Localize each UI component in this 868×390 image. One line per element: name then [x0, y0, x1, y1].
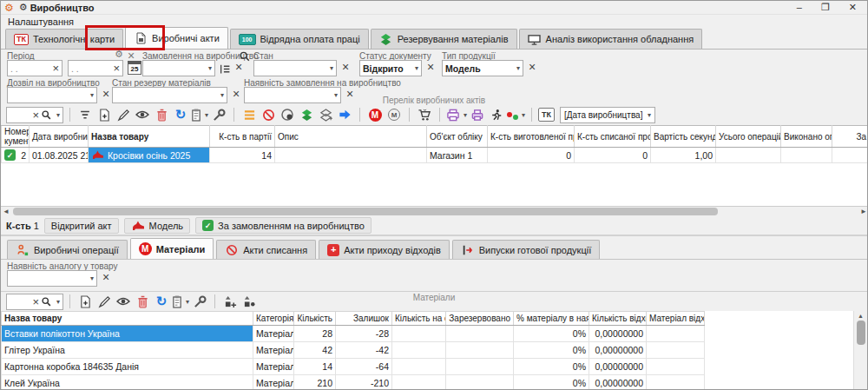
- tab-label: Матеріали: [156, 244, 206, 254]
- pie-circle-icon[interactable]: [279, 106, 296, 123]
- clear-search-icon[interactable]: ×: [32, 296, 39, 307]
- col-stock-quantity: Кількість на складі: [392, 312, 446, 326]
- scroll-left-icon[interactable]: ◄: [1, 208, 11, 215]
- purchase-cart-icon[interactable]: [416, 106, 433, 123]
- period-settings-gear-icon[interactable]: ⚙: [115, 49, 123, 60]
- copy-clipboard-icon[interactable]: ▾: [191, 106, 208, 123]
- tab-waste-income-acts[interactable]: + Акти приходу відходів: [319, 240, 450, 259]
- material-row[interactable]: Клей Україна Матеріал 210 -210 0% 0,0000…: [2, 375, 856, 390]
- shoe-icon: [91, 150, 104, 161]
- materials-search-input[interactable]: × ▾: [6, 294, 63, 310]
- delete-trash-icon[interactable]: [153, 106, 170, 123]
- copy-clipboard-icon[interactable]: ▾: [172, 293, 189, 310]
- filter-icon[interactable]: [76, 106, 94, 123]
- edit-pencil-icon[interactable]: [95, 293, 113, 310]
- tk-button[interactable]: ТК: [538, 108, 555, 122]
- add-act-icon[interactable]: [95, 106, 113, 123]
- acts-table: Номер кумента Дата виробництва Назва тов…: [1, 125, 868, 163]
- production-order-select[interactable]: ▾: [142, 60, 215, 76]
- production-order-clear-icon[interactable]: ×: [235, 60, 242, 74]
- product-type-select[interactable]: Модель ▾: [442, 60, 523, 76]
- layers-green-icon: [379, 32, 393, 46]
- material-row[interactable]: Глітер Україна Матеріал 42 -42 0% 0,0000…: [2, 342, 856, 359]
- materials-vertical-scrollbar[interactable]: ▲: [853, 311, 867, 390]
- material-remainder: -42: [336, 342, 392, 359]
- tab-piecework-pay[interactable]: 100 Відрядна оплата праці: [230, 29, 369, 49]
- print-act-icon[interactable]: [469, 106, 486, 123]
- edit-pencil-icon[interactable]: [115, 106, 132, 123]
- acts-header-row[interactable]: Номер кумента Дата виробництва Назва тов…: [2, 126, 868, 148]
- tab-production-acts[interactable]: Виробничі акти: [125, 27, 228, 49]
- material-row[interactable]: Картонна коробка 184635 Данія Матеріал 1…: [2, 359, 856, 375]
- view-eye-icon[interactable]: [115, 293, 132, 310]
- period-to-input[interactable]: . . ×: [68, 60, 123, 76]
- scrollbar-thumb[interactable]: [13, 208, 718, 215]
- analog-filter-clear-icon[interactable]: ×: [102, 270, 109, 284]
- print-icon[interactable]: ▾: [446, 106, 467, 123]
- operations-list-icon[interactable]: [240, 106, 258, 123]
- analog-filter-select[interactable]: ▾: [7, 270, 97, 287]
- materials-header-row[interactable]: Назва товару Категорія Кількість Залишок…: [2, 312, 856, 326]
- doc-status-select[interactable]: Відкрито ▾: [359, 60, 422, 76]
- tab-tech-cards[interactable]: ТК Технологічні карти: [5, 29, 123, 49]
- scroll-up-icon[interactable]: ▲: [858, 313, 864, 319]
- col-description: Опис: [275, 126, 427, 148]
- tab-equipment-analysis[interactable]: Аналіз використання обладнання: [519, 29, 703, 49]
- reserve-materials-icon[interactable]: [298, 106, 315, 123]
- transfer-arrow-icon[interactable]: [336, 106, 353, 123]
- menu-settings[interactable]: Налаштування: [8, 17, 74, 27]
- analogs-group-icon[interactable]: [240, 293, 258, 310]
- tools-wrench-icon[interactable]: [210, 106, 227, 123]
- calendar-icon[interactable]: 25: [128, 61, 141, 75]
- run-person-icon[interactable]: [488, 106, 505, 123]
- material-row[interactable]: Вставки полікоттон Україна Матеріал 28 -…: [2, 326, 856, 342]
- col-writeoff-qty: К-сть списаної продукції: [575, 126, 651, 148]
- refresh-icon[interactable]: ↻: [153, 293, 170, 310]
- add-material-icon[interactable]: [76, 293, 94, 310]
- product-type-clear-icon[interactable]: ×: [529, 60, 536, 74]
- sort-order-select[interactable]: [Дата виробництва] (пс ▾: [560, 107, 655, 123]
- refresh-icon[interactable]: ↻: [172, 106, 189, 123]
- unreserve-materials-icon[interactable]: [317, 106, 334, 123]
- col-account-object: Об'єкт обліку: [427, 126, 488, 148]
- view-eye-icon[interactable]: [134, 106, 151, 123]
- acts-search-input[interactable]: × ▾: [6, 107, 63, 123]
- tools-wrench-icon[interactable]: [191, 293, 208, 310]
- scrollbar-thumb[interactable]: [857, 321, 865, 345]
- order-list-icon[interactable]: [218, 62, 232, 76]
- tab-production-operations[interactable]: Виробничі операції: [7, 240, 128, 259]
- state-clear-icon[interactable]: ×: [342, 60, 349, 74]
- act-row[interactable]: ✓ 2 01.08.2025 21:12:02 Кросівки осінь 2…: [2, 148, 868, 163]
- material-percent-available: 0%: [514, 375, 589, 390]
- status-indicator-icon[interactable]: ▾: [507, 106, 525, 123]
- add-analog-icon[interactable]: [221, 293, 239, 310]
- minimize-button[interactable]: –: [797, 2, 802, 13]
- period-from-input[interactable]: . . ×: [7, 60, 62, 76]
- search-options-caret-icon[interactable]: ▾: [56, 111, 60, 119]
- search-icon[interactable]: [41, 294, 52, 308]
- check-icon: ✓: [202, 220, 214, 231]
- tab-finished-product-output[interactable]: Випуски готової продукції: [452, 240, 600, 259]
- search-options-caret-icon[interactable]: ▾: [56, 298, 60, 306]
- material-remainder: -64: [336, 359, 392, 375]
- state-select[interactable]: ▾: [253, 60, 337, 76]
- tab-materials[interactable]: M Матеріали: [130, 238, 214, 259]
- scroll-right-icon[interactable]: ►: [858, 208, 868, 215]
- materials-return-icon[interactable]: M: [385, 106, 403, 123]
- doc-status-clear-icon[interactable]: ×: [427, 60, 434, 74]
- delete-trash-icon[interactable]: [134, 293, 151, 310]
- maximize-button[interactable]: ❐: [821, 2, 830, 13]
- col-waste-quantity: Кількість відходу: [589, 312, 647, 326]
- act-date: 01.08.2025 21:12:02: [30, 148, 89, 163]
- materials-icon[interactable]: M: [366, 106, 384, 123]
- tab-writeoff-acts[interactable]: Акти списання: [216, 240, 316, 259]
- acts-horizontal-scrollbar[interactable]: ◄ ►: [1, 207, 868, 216]
- search-icon[interactable]: [41, 108, 52, 122]
- close-button[interactable]: ✕: [849, 2, 857, 13]
- act-product-name: Кросівки осінь 2025: [108, 150, 190, 161]
- clear-icon[interactable]: ×: [113, 63, 120, 74]
- tab-material-reservation[interactable]: Резервування матеріалів: [371, 29, 517, 49]
- clear-search-icon[interactable]: ×: [32, 109, 39, 121]
- cancel-no-sign-icon[interactable]: [260, 106, 277, 123]
- clear-icon[interactable]: ×: [52, 63, 59, 74]
